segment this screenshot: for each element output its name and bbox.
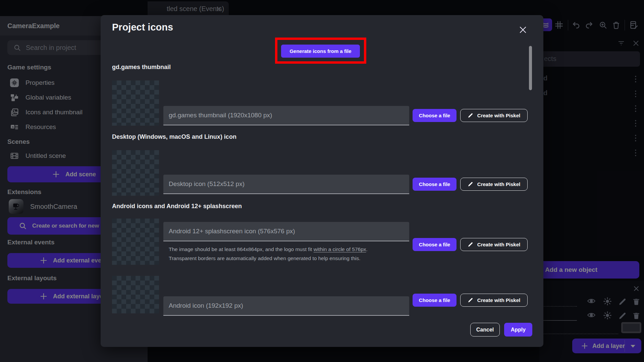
create-with-piskel-button[interactable]: Create with Piskel [460, 178, 528, 191]
pencil-icon [468, 113, 473, 118]
choose-file-label: Choose a file [419, 181, 450, 187]
splashscreen-helper-line1: The image should be at least 864x864px, … [169, 246, 368, 252]
choose-file-button[interactable]: Choose a file [413, 109, 457, 122]
create-with-piskel-label: Create with Piskel [477, 297, 520, 303]
pencil-icon [468, 297, 473, 303]
gdgames-thumbnail-preview [112, 80, 159, 126]
gdgames-thumbnail-field[interactable]: gd.games thumbnail (644x362 px) [163, 106, 409, 125]
desktop-icon-preview [112, 150, 159, 196]
pencil-icon [468, 242, 473, 247]
helper-text: The image should be at least 864x864px, … [169, 246, 314, 252]
android-icon-field[interactable]: Android icon (192x192 px) [163, 296, 409, 316]
choose-file-label: Choose a file [419, 297, 450, 303]
create-with-piskel-label: Create with Piskel [477, 242, 520, 247]
choose-file-button[interactable]: Choose a file [413, 294, 457, 307]
choose-file-label: Choose a file [419, 113, 450, 118]
helper-text: . [366, 246, 368, 252]
choose-file-button[interactable]: Choose a file [413, 238, 457, 251]
desktop-icon-field[interactable]: Desktop icon (512x512 px) [163, 175, 409, 194]
field-hint: Desktop icon (512x512 px) [169, 180, 245, 188]
project-icons-dialog: Project icons Generate icons from a file… [101, 15, 543, 347]
section-label-gdgames: gd.games thumbnail [112, 64, 171, 71]
splashscreen-helper-line2: Transparent borders are automatically ad… [169, 255, 361, 261]
android-icon-preview [112, 276, 159, 313]
create-with-piskel-label: Create with Piskel [477, 181, 520, 187]
choose-file-label: Choose a file [419, 242, 450, 247]
create-with-piskel-label: Create with Piskel [477, 113, 520, 118]
helper-underlined-text: within a circle of 576px [314, 246, 366, 252]
splashscreen-icon-preview [112, 219, 159, 265]
dialog-close-icon[interactable] [519, 25, 527, 34]
dialog-title: Project icons [112, 22, 173, 33]
dialog-scrollbar[interactable] [529, 46, 532, 90]
cancel-button[interactable]: Cancel [470, 323, 500, 337]
field-hint: gd.games thumbnail (644x362 px) [169, 112, 272, 119]
section-label-desktop: Desktop (Windows, macOS and Linux) icon [112, 133, 236, 140]
create-with-piskel-button[interactable]: Create with Piskel [460, 238, 528, 251]
field-hint: Android icon (192x192 px) [169, 302, 243, 309]
cancel-label: Cancel [476, 327, 494, 333]
app-window: tled scene (Events) [0, 0, 644, 362]
highlight-rectangle [275, 38, 366, 64]
create-with-piskel-button[interactable]: Create with Piskel [460, 109, 528, 122]
splashscreen-icon-field[interactable]: Android 12+ splashscreen icon (576x576 p… [163, 222, 409, 241]
apply-label: Apply [511, 327, 526, 333]
create-with-piskel-button[interactable]: Create with Piskel [460, 294, 528, 307]
pencil-icon [468, 181, 473, 187]
section-label-android: Android icons and Android 12+ splashscre… [112, 203, 242, 210]
choose-file-button[interactable]: Choose a file [413, 178, 457, 191]
apply-button[interactable]: Apply [504, 323, 532, 337]
field-hint: Android 12+ splashscreen icon (576x576 p… [169, 228, 295, 235]
